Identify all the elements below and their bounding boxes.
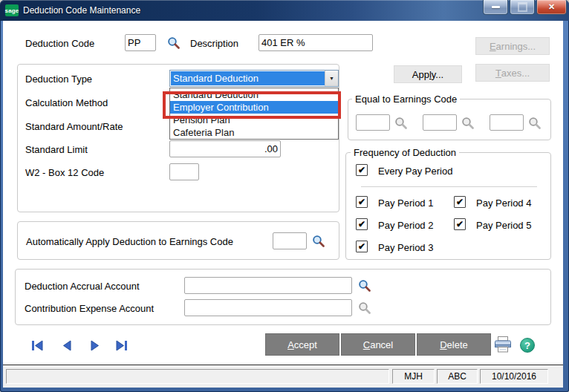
equal-to-earnings-legend: Equal to Earnings Code bbox=[352, 94, 460, 105]
standard-limit-input[interactable] bbox=[169, 140, 281, 157]
window-title: Deduction Code Maintenance bbox=[23, 5, 140, 16]
standard-amount-label: Standard Amount/Rate bbox=[25, 121, 123, 132]
equal-earnings-code-input-3[interactable] bbox=[490, 114, 524, 131]
maximize-icon bbox=[518, 2, 527, 12]
check-icon: ✔ bbox=[358, 220, 365, 229]
equal-earnings-lookup-icon-1 bbox=[394, 117, 408, 130]
minimize-button[interactable] bbox=[483, 0, 508, 15]
pay-period-1-label: Pay Period 1 bbox=[378, 197, 433, 209]
next-record-icon[interactable] bbox=[87, 339, 103, 352]
close-icon: ✕ bbox=[548, 2, 555, 12]
close-button[interactable]: ✕ bbox=[536, 0, 567, 15]
delete-button[interactable]: Delete bbox=[417, 333, 491, 356]
equal-to-earnings-group: Equal to Earnings Code bbox=[348, 99, 551, 140]
frequency-group: Frequency of Deduction ✔ Every Pay Perio… bbox=[345, 152, 551, 260]
sage-logo-icon: sage bbox=[5, 4, 19, 16]
title-bar[interactable]: sage Deduction Code Maintenance ✕ bbox=[0, 0, 569, 21]
frequency-legend: Frequency of Deduction bbox=[351, 147, 459, 158]
check-icon: ✔ bbox=[358, 197, 365, 206]
equal-earnings-lookup-icon-3 bbox=[528, 117, 542, 130]
status-bar: MJH ABC 10/10/2016 bbox=[3, 365, 563, 388]
deduction-code-lookup-icon[interactable] bbox=[167, 36, 181, 50]
every-pay-period-checkbox[interactable]: ✔ bbox=[356, 164, 368, 176]
cancel-button[interactable]: Cancel bbox=[341, 333, 415, 356]
first-record-icon[interactable] bbox=[30, 339, 45, 352]
deduction-type-label: Deduction Type bbox=[25, 74, 92, 85]
check-icon: ✔ bbox=[358, 166, 365, 174]
auto-apply-earnings-code-input[interactable] bbox=[273, 232, 307, 249]
accounts-group: Deduction Accrual Account Contribution E… bbox=[15, 269, 551, 325]
expense-account-input[interactable] bbox=[184, 299, 352, 316]
pay-period-4-label: Pay Period 4 bbox=[476, 197, 531, 209]
auto-apply-lookup-icon[interactable] bbox=[312, 235, 325, 248]
pay-period-5-label: Pay Period 5 bbox=[476, 220, 531, 231]
pay-period-3-label: Pay Period 3 bbox=[378, 242, 433, 253]
accrual-account-input[interactable] bbox=[184, 277, 352, 294]
deduction-code-label: Deduction Code bbox=[25, 38, 94, 49]
expense-account-label: Contribution Expense Account bbox=[25, 303, 154, 314]
pay-period-3-checkbox[interactable]: ✔ bbox=[356, 241, 368, 252]
auto-apply-label: Automatically Apply Deduction to Earning… bbox=[26, 236, 233, 247]
combobox-dropdown-button[interactable]: ▼ bbox=[325, 71, 338, 86]
pay-period-2-checkbox[interactable]: ✔ bbox=[356, 218, 368, 230]
pay-period-5-checkbox[interactable]: ✔ bbox=[454, 218, 466, 230]
accept-button[interactable]: Accept bbox=[265, 333, 339, 356]
check-icon: ✔ bbox=[358, 242, 365, 251]
frequency-separator bbox=[361, 186, 537, 187]
standard-limit-label: Standard Limit bbox=[25, 144, 88, 155]
pay-period-1-checkbox[interactable]: ✔ bbox=[356, 196, 368, 208]
pay-period-2-label: Pay Period 2 bbox=[378, 220, 433, 231]
print-icon[interactable] bbox=[493, 336, 513, 356]
apply-button[interactable]: Apply... bbox=[394, 65, 462, 83]
description-input[interactable] bbox=[259, 34, 373, 51]
taxes-button[interactable]: Taxes... bbox=[475, 64, 550, 82]
every-pay-period-label: Every Pay Period bbox=[378, 166, 452, 177]
previous-record-icon[interactable] bbox=[59, 339, 75, 352]
app-window: sage Deduction Code Maintenance ✕ Deduct… bbox=[0, 0, 569, 392]
chevron-down-icon: ▼ bbox=[329, 76, 334, 81]
w2-box12-label: W2 - Box 12 Code bbox=[25, 167, 104, 178]
equal-earnings-code-input-2[interactable] bbox=[423, 114, 457, 131]
equal-earnings-lookup-icon-2 bbox=[461, 117, 475, 130]
accrual-account-label: Deduction Accrual Account bbox=[25, 281, 140, 292]
status-user-panel: MJH bbox=[392, 369, 435, 384]
expense-account-lookup-icon bbox=[358, 301, 371, 315]
calculation-method-label: Calculation Method bbox=[25, 97, 108, 108]
w2-box12-input[interactable] bbox=[169, 163, 199, 180]
client-area: Deduction Code Description Earnings... A… bbox=[3, 21, 563, 365]
auto-apply-group: Automatically Apply Deduction to Earning… bbox=[17, 221, 339, 260]
status-date-panel: 10/10/2016 bbox=[480, 369, 548, 384]
description-label: Description bbox=[190, 38, 238, 49]
status-company-panel: ABC bbox=[437, 369, 478, 384]
help-icon[interactable]: ? bbox=[520, 338, 535, 353]
deduction-type-combobox[interactable]: Standard Deduction ▼ bbox=[169, 70, 339, 87]
last-record-icon[interactable] bbox=[114, 339, 129, 352]
check-icon: ✔ bbox=[456, 197, 464, 206]
accrual-account-lookup-icon[interactable] bbox=[358, 279, 371, 293]
maximize-button[interactable] bbox=[510, 0, 535, 15]
deduction-code-input[interactable] bbox=[125, 34, 156, 51]
pay-period-4-checkbox[interactable]: ✔ bbox=[454, 196, 466, 208]
check-icon: ✔ bbox=[456, 220, 464, 229]
apply-button-label: App bbox=[412, 69, 429, 80]
minimize-icon bbox=[492, 6, 500, 8]
deduction-type-selected-value: Standard Deduction bbox=[171, 71, 325, 85]
status-message-panel bbox=[6, 369, 389, 384]
equal-earnings-code-input-1[interactable] bbox=[356, 114, 390, 131]
dropdown-option-cafeteria-plan[interactable]: Cafeteria Plan bbox=[170, 126, 338, 139]
earnings-button[interactable]: Earnings... bbox=[475, 37, 550, 55]
annotation-highlight-box bbox=[163, 91, 341, 119]
